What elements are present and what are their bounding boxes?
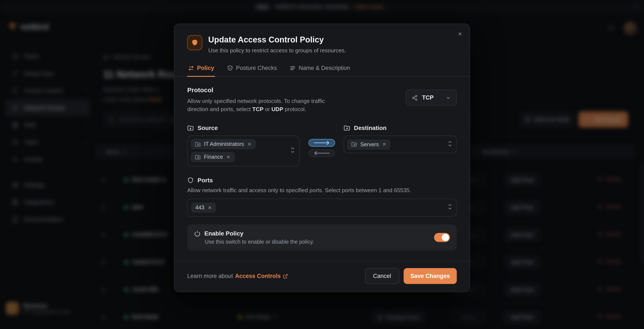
source-tag: IT Administrators ✕ xyxy=(191,139,256,149)
external-link-icon xyxy=(283,273,288,279)
arrow-left-icon xyxy=(313,151,330,155)
protocol-selected-value: TCP xyxy=(422,94,434,101)
shield-outline-icon xyxy=(187,177,194,183)
select-chevrons-icon[interactable] xyxy=(447,203,452,212)
protocol-section: Protocol Allow only specified network pr… xyxy=(187,86,457,113)
lines-icon xyxy=(290,65,296,71)
enable-policy-toggle[interactable] xyxy=(434,233,450,242)
port-tag: 443 ✕ xyxy=(191,202,216,213)
shield-check-icon xyxy=(227,65,233,71)
update-access-control-policy-modal: Update Access Control Policy Use this po… xyxy=(174,24,470,292)
footer-learn-more: Learn more about Access Controls xyxy=(187,273,288,279)
cancel-button[interactable]: Cancel xyxy=(365,268,399,284)
modal-body: Protocol Allow only specified network pr… xyxy=(174,77,470,250)
select-chevrons-icon[interactable] xyxy=(447,140,452,149)
app-root: NEW NetBird's November Newsletter Learn … xyxy=(0,0,644,329)
share-nodes-icon xyxy=(412,95,418,101)
traffic-direction-controls xyxy=(300,124,344,166)
ports-section: Ports Allow network traffic and access o… xyxy=(187,177,457,217)
modal-subtitle: Use this policy to restrict access to gr… xyxy=(208,47,346,54)
remove-tag-icon[interactable]: ✕ xyxy=(382,142,386,147)
folder-in-icon xyxy=(344,125,350,131)
modal-title: Update Access Control Policy xyxy=(208,35,346,45)
group-folder-icon xyxy=(351,142,357,147)
access-controls-link[interactable]: Access Controls xyxy=(235,273,288,279)
toggle-knob xyxy=(442,234,449,241)
destination-tag: Servers ✕ xyxy=(347,139,390,149)
remove-tag-icon[interactable]: ✕ xyxy=(248,141,251,147)
modal-header: Update Access Control Policy Use this po… xyxy=(174,24,470,54)
ports-input[interactable]: 443 ✕ xyxy=(187,199,457,217)
protocol-select[interactable]: TCP xyxy=(406,90,457,106)
direction-left-button[interactable] xyxy=(308,149,335,157)
enable-policy-card: Enable Policy Use this switch to enable … xyxy=(187,224,457,250)
tab-posture-checks[interactable]: Posture Checks xyxy=(226,61,278,76)
tab-name-description[interactable]: Name & Description xyxy=(289,61,351,76)
group-folder-icon xyxy=(195,154,200,160)
enable-policy-description: Use this switch to enable or disable the… xyxy=(205,239,314,245)
source-destination-section: Source IT Administrators ✕ Finance ✕ xyxy=(187,124,457,166)
modal-tabs: Policy Posture Checks Name & Description xyxy=(174,61,470,77)
chevron-down-icon xyxy=(446,95,451,100)
arrow-right-icon xyxy=(313,141,330,145)
save-changes-button[interactable]: Save Changes xyxy=(404,268,457,284)
policy-shield-icon xyxy=(187,35,202,50)
select-chevrons-icon[interactable] xyxy=(290,147,295,155)
ports-description: Allow network traffic and access only to… xyxy=(187,186,457,194)
tab-policy[interactable]: Policy xyxy=(187,61,215,76)
protocol-heading: Protocol xyxy=(187,86,342,94)
source-label: Source xyxy=(187,124,300,131)
close-icon[interactable]: × xyxy=(458,30,462,37)
policy-arrows-icon xyxy=(188,65,194,71)
learn-prefix: Learn more about xyxy=(187,273,233,279)
folder-out-icon xyxy=(187,125,194,131)
source-tag: Finance ✕ xyxy=(191,152,234,162)
direction-right-button[interactable] xyxy=(308,139,335,147)
remove-tag-icon[interactable]: ✕ xyxy=(226,154,230,160)
remove-tag-icon[interactable]: ✕ xyxy=(208,205,212,210)
modal-footer: Learn more about Access Controls Cancel … xyxy=(174,261,470,292)
ports-label: Ports xyxy=(187,177,457,184)
group-folder-icon xyxy=(195,141,200,147)
enable-policy-heading: Enable Policy xyxy=(194,230,314,237)
destination-label: Destination xyxy=(344,124,457,131)
power-icon xyxy=(194,230,200,237)
source-select-box[interactable]: IT Administrators ✕ Finance ✕ xyxy=(187,136,300,166)
destination-select-box[interactable]: Servers ✕ xyxy=(344,136,457,153)
protocol-description: Allow only specified network protocols. … xyxy=(187,97,342,113)
